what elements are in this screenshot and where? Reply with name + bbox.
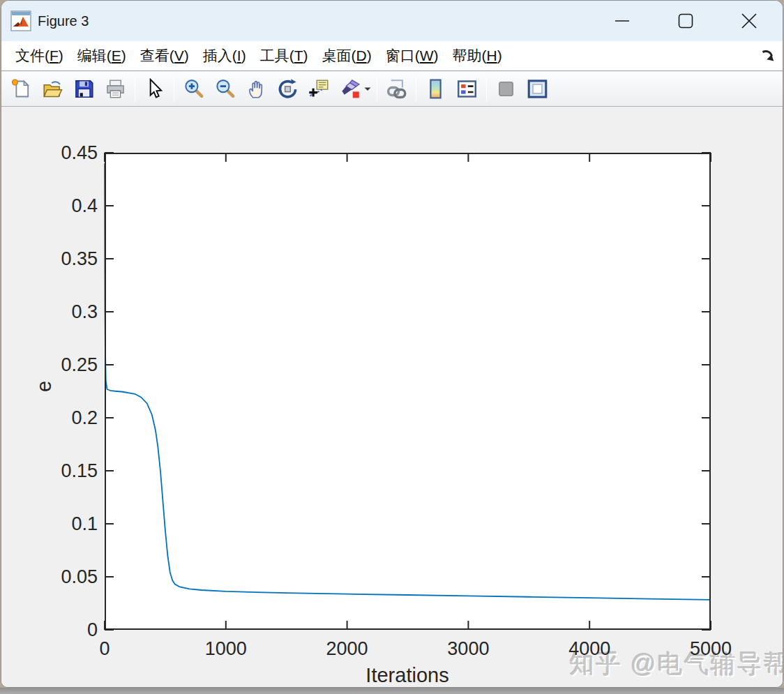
open-file-button[interactable]	[37, 75, 68, 104]
open-file-icon	[42, 78, 63, 100]
series-e-line	[105, 163, 711, 600]
menu-item-w[interactable]: 窗口(W)	[379, 41, 446, 70]
brush-dropdown-button[interactable]	[362, 75, 373, 104]
minimize-button[interactable]	[601, 6, 643, 36]
menu-item-d[interactable]: 桌面(D)	[315, 41, 379, 70]
toolbar-separator	[416, 77, 416, 102]
plot-svg	[105, 153, 711, 630]
data-cursor-button[interactable]	[303, 75, 335, 104]
matlab-figure-icon	[10, 10, 31, 31]
show-plot-tools-icon	[527, 78, 548, 100]
figure-window: Figure 3 文件(F)编辑(E)查看(V)插入(I)工具(T)桌面(D)窗…	[1, 0, 783, 688]
pan-icon	[246, 78, 267, 100]
close-icon	[739, 11, 759, 31]
data-cursor-icon	[308, 78, 330, 100]
insert-legend-button[interactable]	[451, 75, 483, 104]
toolbar-separator	[174, 77, 174, 102]
dock-figure-button[interactable]	[759, 47, 777, 66]
rotate-3d-button[interactable]	[272, 75, 303, 104]
save-figure-button[interactable]	[68, 75, 100, 104]
zoom-in-button[interactable]	[178, 75, 209, 104]
insert-colorbar-icon	[425, 78, 446, 100]
hide-plot-tools-icon	[495, 78, 517, 100]
print-figure-icon	[105, 78, 126, 100]
brush-data-icon	[340, 78, 361, 100]
print-figure-button[interactable]	[100, 75, 131, 104]
hide-plot-tools-button[interactable]	[490, 75, 522, 104]
y-axis-label: e	[33, 381, 56, 392]
edit-plot-button[interactable]	[139, 75, 170, 104]
plot-area[interactable]	[105, 153, 711, 630]
zoom-in-icon	[183, 78, 204, 100]
close-button[interactable]	[728, 6, 770, 36]
edit-plot-icon	[144, 78, 165, 100]
minimize-icon	[612, 11, 632, 31]
toolbar-separator	[486, 77, 487, 102]
zoom-out-icon	[214, 78, 236, 100]
toolbar-separator	[377, 77, 377, 102]
maximize-icon	[676, 11, 695, 31]
dock-figure-arrow-icon	[760, 48, 776, 63]
maximize-button[interactable]	[665, 6, 707, 36]
menu-item-f[interactable]: 文件(F)	[8, 41, 70, 70]
toolbar-separator	[135, 77, 135, 102]
insert-colorbar-button[interactable]	[420, 75, 451, 104]
rotate-3d-icon	[277, 78, 299, 100]
window-controls	[601, 6, 783, 36]
pan-button[interactable]	[241, 75, 272, 104]
x-axis-label: Iterations	[365, 664, 448, 687]
link-plot-button[interactable]	[381, 75, 412, 104]
title-bar[interactable]: Figure 3	[1, 1, 783, 41]
new-figure-button[interactable]	[6, 75, 37, 104]
menu-item-v[interactable]: 查看(V)	[133, 41, 196, 70]
toolbar	[1, 72, 783, 107]
menu-item-e[interactable]: 编辑(E)	[70, 41, 133, 70]
menu-item-h[interactable]: 帮助(H)	[446, 41, 509, 70]
show-plot-tools-button[interactable]	[522, 75, 553, 104]
new-figure-icon	[10, 78, 32, 100]
menu-item-i[interactable]: 插入(I)	[196, 41, 253, 70]
window-title: Figure 3	[38, 13, 89, 29]
menu-item-t[interactable]: 工具(T)	[253, 41, 315, 70]
save-figure-icon	[73, 78, 95, 100]
menu-bar: 文件(F)编辑(E)查看(V)插入(I)工具(T)桌面(D)窗口(W)帮助(H)	[1, 41, 783, 71]
link-plot-icon	[386, 78, 407, 100]
insert-legend-icon	[456, 78, 478, 100]
zoom-out-button[interactable]	[209, 75, 241, 104]
brush-dropdown-icon	[364, 87, 371, 91]
desktop-background-strip	[0, 688, 784, 694]
